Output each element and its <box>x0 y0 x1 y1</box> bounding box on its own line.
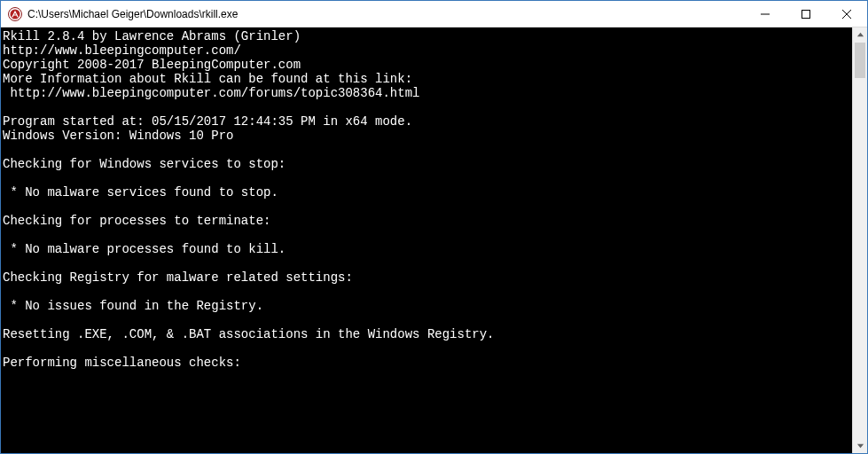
console-output: Rkill 2.8.4 by Lawrence Abrams (Grinler)… <box>1 27 852 453</box>
minimize-button[interactable] <box>745 1 786 27</box>
scroll-track[interactable] <box>853 43 867 438</box>
close-button[interactable] <box>826 1 867 27</box>
scroll-thumb[interactable] <box>855 43 865 78</box>
client-area: Rkill 2.8.4 by Lawrence Abrams (Grinler)… <box>1 27 867 453</box>
app-window: C:\Users\Michael Geiger\Downloads\rkill.… <box>0 0 868 454</box>
scroll-down-button[interactable] <box>853 438 867 453</box>
maximize-button[interactable] <box>786 1 826 27</box>
vertical-scrollbar[interactable] <box>852 27 867 453</box>
scroll-up-button[interactable] <box>853 27 867 43</box>
svg-rect-2 <box>802 10 810 18</box>
app-icon <box>8 7 22 21</box>
window-title: C:\Users\Michael Geiger\Downloads\rkill.… <box>27 8 238 20</box>
titlebar[interactable]: C:\Users\Michael Geiger\Downloads\rkill.… <box>1 1 867 27</box>
